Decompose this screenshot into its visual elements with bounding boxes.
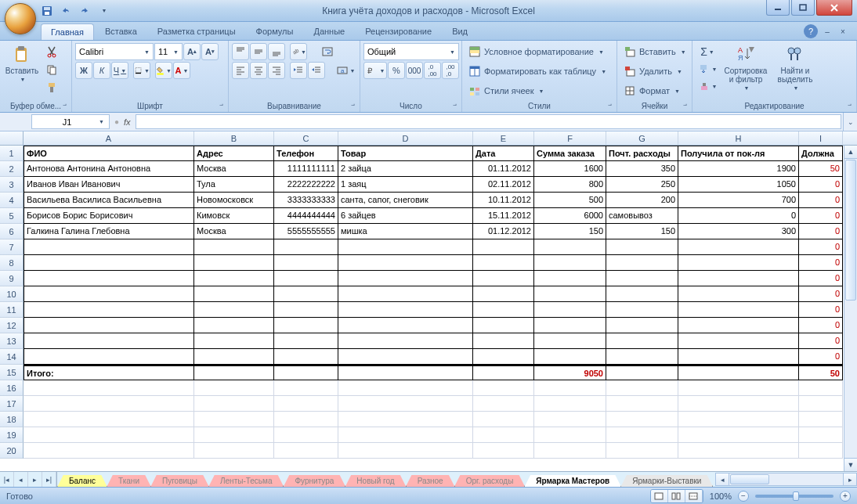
cells-area[interactable]: ФИОАдресТелефонТоварДатаСумма заказаПочт… [24, 146, 843, 459]
cell[interactable] [606, 239, 678, 255]
cell[interactable] [473, 333, 534, 349]
col-header-C[interactable]: C [274, 131, 338, 145]
cell[interactable]: 0 [799, 349, 843, 365]
cell[interactable]: 300 [678, 224, 799, 239]
cell[interactable] [473, 396, 534, 412]
cell[interactable]: Кимовск [194, 208, 274, 224]
name-box[interactable]: J1▼ [31, 114, 110, 129]
font-size-select[interactable]: 11▼ [154, 43, 183, 60]
format-as-table-button[interactable]: Форматировать как таблицу▼ [465, 63, 609, 80]
cell[interactable]: 0 [799, 318, 843, 333]
clear-icon[interactable]: ▼ [696, 77, 719, 95]
cell[interactable] [274, 349, 338, 365]
col-header-A[interactable]: A [24, 131, 194, 145]
cell[interactable]: Телефон [274, 146, 338, 161]
cell[interactable] [24, 380, 194, 396]
cell[interactable]: Дата [473, 146, 534, 161]
cell[interactable] [534, 286, 606, 302]
paste-button[interactable]: Вставить▼ [3, 43, 41, 84]
cell[interactable] [678, 380, 799, 396]
cell[interactable] [473, 302, 534, 318]
tab-вид[interactable]: Вид [443, 23, 477, 40]
row-header-3[interactable]: 3 [0, 177, 24, 193]
cell[interactable] [338, 412, 473, 427]
sheet-tab-Разное[interactable]: Разное [406, 475, 455, 488]
cell[interactable]: Иванов Иван Иванович [24, 177, 194, 193]
cell[interactable] [678, 427, 799, 443]
cell[interactable] [194, 333, 274, 349]
cell[interactable]: Итого: [24, 365, 194, 380]
cell[interactable] [274, 333, 338, 349]
cell[interactable]: 0 [799, 239, 843, 255]
cell[interactable] [274, 365, 338, 380]
cell[interactable] [274, 412, 338, 427]
cell[interactable] [799, 443, 843, 459]
sheet-last-icon[interactable]: ▸| [42, 472, 56, 487]
help-icon[interactable]: ? [804, 24, 818, 38]
cell[interactable] [534, 333, 606, 349]
cell[interactable] [678, 412, 799, 427]
row-header-7[interactable]: 7 [0, 239, 24, 255]
increase-font-icon[interactable]: A▴ [183, 43, 201, 60]
cell[interactable] [473, 427, 534, 443]
cell[interactable] [274, 443, 338, 459]
sheet-next-icon[interactable]: ▸ [28, 472, 42, 487]
scroll-right-icon[interactable]: ▸ [843, 473, 856, 485]
sort-filter-button[interactable]: АЯ Сортировка и фильтр▼ [721, 43, 770, 92]
cell[interactable]: Галкина Галина Глебовна [24, 224, 194, 239]
find-select-button[interactable]: Найти и выделить▼ [772, 43, 818, 92]
col-header-G[interactable]: G [606, 131, 678, 145]
cell[interactable] [24, 427, 194, 443]
cell[interactable]: 0 [799, 302, 843, 318]
align-left-icon[interactable] [232, 62, 249, 79]
cell[interactable] [473, 318, 534, 333]
cell[interactable] [194, 443, 274, 459]
qat-customize-icon[interactable]: ▼ [96, 3, 111, 19]
row-header-2[interactable]: 2 [0, 161, 24, 177]
accounting-format-icon[interactable]: ₽▼ [363, 62, 387, 79]
cell[interactable]: 150 [606, 224, 678, 239]
cell[interactable]: Новомосковск [194, 193, 274, 208]
cell[interactable] [24, 333, 194, 349]
cell[interactable] [274, 286, 338, 302]
tab-рецензирование[interactable]: Рецензирование [356, 23, 441, 40]
sheet-tab-Ткани[interactable]: Ткани [107, 475, 151, 488]
cell[interactable]: 0 [799, 224, 843, 239]
cell[interactable] [678, 302, 799, 318]
col-header-H[interactable]: H [678, 131, 799, 145]
tab-вставка[interactable]: Вставка [96, 23, 146, 40]
cell[interactable] [194, 365, 274, 380]
font-color-icon[interactable]: A▼ [173, 62, 190, 79]
cell[interactable] [534, 443, 606, 459]
cell[interactable] [24, 239, 194, 255]
scroll-left-icon[interactable]: ◂ [716, 473, 729, 485]
cell[interactable]: 6 зайцев [338, 208, 473, 224]
cell[interactable] [799, 412, 843, 427]
merge-icon[interactable]: a▼ [330, 62, 361, 79]
cell[interactable] [24, 271, 194, 286]
percent-icon[interactable]: % [388, 62, 405, 79]
cell[interactable] [678, 318, 799, 333]
cell[interactable] [534, 427, 606, 443]
align-bottom-icon[interactable] [268, 43, 285, 60]
cell[interactable] [194, 271, 274, 286]
autosum-icon[interactable]: Σ▼ [696, 43, 719, 60]
row-header-13[interactable]: 13 [0, 333, 24, 349]
cell[interactable] [678, 443, 799, 459]
cell[interactable] [338, 396, 473, 412]
increase-decimal-icon[interactable]: ,0,00 [424, 62, 441, 79]
vscroll-thumb[interactable] [845, 160, 856, 301]
cell[interactable] [194, 380, 274, 396]
cell[interactable]: 0 [678, 208, 799, 224]
cell[interactable] [606, 427, 678, 443]
cell[interactable] [606, 271, 678, 286]
format-cell-button[interactable]: Формат▼ [620, 82, 683, 99]
row-header-20[interactable]: 20 [0, 443, 24, 459]
cell[interactable] [24, 318, 194, 333]
col-header-B[interactable]: B [194, 131, 274, 145]
cell[interactable] [338, 302, 473, 318]
cell[interactable]: самовывоз [606, 208, 678, 224]
cell[interactable]: Москва [194, 224, 274, 239]
cell[interactable]: 50 [799, 365, 843, 380]
cell[interactable]: 01.12.2012 [473, 224, 534, 239]
